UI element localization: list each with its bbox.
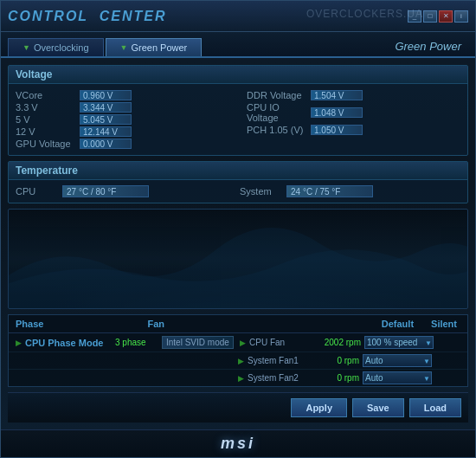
phase-arrow-icon: ▶ <box>16 339 22 347</box>
title-brand: Control <box>8 9 88 23</box>
wave-graphic <box>9 210 467 308</box>
app-title: Control Center <box>8 9 166 24</box>
ddr-voltage-bar: 1.504 V <box>311 90 363 100</box>
apply-button[interactable]: Apply <box>291 398 347 417</box>
voltage-section: Voltage VCore 0.960 V 3.3 V <box>8 65 468 156</box>
phase-mode-value: Intel SVID mode <box>162 336 234 349</box>
temperature-header: Temperature <box>9 162 467 180</box>
fan1-speed-wrapper[interactable]: Auto 100 % speed 75 % speed 50 % speed ▼ <box>363 354 432 367</box>
load-button[interactable]: Load <box>409 398 461 417</box>
cpu-io-value: 1.048 V <box>314 108 344 118</box>
vcore-bar: 0.960 V <box>80 90 132 100</box>
msi-logo: msi <box>221 435 255 453</box>
ddr-voltage-label: DDR Voltage <box>247 90 307 100</box>
main-content: Voltage VCore 0.960 V 3.3 V <box>1 58 475 429</box>
v33-value: 3.344 V <box>83 103 113 113</box>
tab-arrow-icon-2: ▼ <box>120 43 128 52</box>
system-fan2-rpm: 0 rpm <box>312 373 359 383</box>
main-window: Control Center OVERCLOCKERS.UA _ □ ✕ i ▼… <box>0 0 476 458</box>
v33-row: 3.3 V 3.344 V <box>16 101 229 113</box>
system-temp-value: 24 °C / 75 °F <box>291 187 340 197</box>
ddr-voltage-value: 1.504 V <box>314 91 344 100</box>
default-col-header: Default <box>382 319 414 329</box>
title-center: Center <box>100 9 167 23</box>
system-temp-label: System <box>240 186 283 197</box>
cpu-io-bar: 1.048 V <box>311 107 363 118</box>
pch-value: 1.050 V <box>314 126 344 135</box>
v12-value: 12.144 V <box>83 127 118 137</box>
system-fan2-row: ▶ System Fan2 0 rpm Auto 100 % speed 75 … <box>9 369 467 386</box>
temperature-section: Temperature CPU 27 °C / 80 °F System 24 … <box>8 161 468 203</box>
vcore-row: VCore 0.960 V <box>16 89 229 101</box>
cpu-fan-label: CPU Fan <box>249 338 310 347</box>
gpu-voltage-value: 0.000 V <box>83 139 113 149</box>
fan2-arrow-icon: ▶ <box>238 374 244 383</box>
pch-row: PCH 1.05 (V) 1.050 V <box>247 124 460 136</box>
pch-label: PCH 1.05 (V) <box>247 125 307 135</box>
tab-overclocking[interactable]: ▼ Overclocking <box>8 38 104 56</box>
voltage-content: VCore 0.960 V 3.3 V 3.344 V <box>9 84 467 155</box>
voltage-left-col: VCore 0.960 V 3.3 V 3.344 V <box>16 89 229 150</box>
phase-value: 3 phase <box>115 338 158 347</box>
cpu-temp-value: 27 °C / 80 °F <box>67 187 116 197</box>
bottom-panel: Phase Fan Default Silent ▶ CPU Phase Mod… <box>8 314 468 387</box>
system-fan1-label: System Fan1 <box>248 356 308 365</box>
vcore-label: VCore <box>16 90 76 100</box>
cpu-io-row: CPU IO Voltage 1.048 V <box>247 101 460 124</box>
v5-row: 5 V 5.045 V <box>16 113 229 126</box>
v33-label: 3.3 V <box>16 102 76 113</box>
fan1-arrow-icon: ▶ <box>238 357 244 365</box>
gpu-voltage-row: GPU Voltage 0.000 V <box>16 138 229 150</box>
cpu-fan-speed-select[interactable]: 100 % speed 75 % speed 50 % speed Auto <box>364 336 434 349</box>
fan1-right: ▶ System Fan1 0 rpm Auto 100 % speed 75 … <box>238 354 460 367</box>
bottom-col-headers: Phase Fan Default Silent <box>9 315 467 332</box>
cpu-fan-rpm: 2002 rpm <box>313 338 361 347</box>
pch-bar: 1.050 V <box>311 125 363 135</box>
gpu-voltage-bar: 0.000 V <box>80 139 132 149</box>
system-temp-row: System 24 °C / 75 °F <box>240 185 460 197</box>
ddr-voltage-row: DDR Voltage 1.504 V <box>247 89 460 101</box>
logo-bar: msi <box>1 429 475 457</box>
cpu-fan-speed-wrapper[interactable]: 100 % speed 75 % speed 50 % speed Auto ▼ <box>364 336 434 349</box>
save-button[interactable]: Save <box>352 398 404 417</box>
system-fan1-rpm: 0 rpm <box>312 356 359 365</box>
silent-col-header: Silent <box>431 319 457 329</box>
temperature-content: CPU 27 °C / 80 °F System 24 °C / 75 °F <box>9 180 467 203</box>
system-fan1-speed-select[interactable]: Auto 100 % speed 75 % speed 50 % speed <box>363 354 432 367</box>
system-fan2-label: System Fan2 <box>248 373 308 383</box>
info-button[interactable]: i <box>454 10 468 23</box>
fan-col-header: Fan <box>147 319 164 329</box>
cpu-temp-row: CPU 27 °C / 80 °F <box>16 185 236 197</box>
title-bar: Control Center OVERCLOCKERS.UA _ □ ✕ i <box>1 1 475 32</box>
action-bar: Apply Save Load <box>8 392 468 423</box>
cpu-temp-bar: 27 °C / 80 °F <box>62 185 149 197</box>
phase-col-header: Phase <box>16 319 43 329</box>
cpu-io-label: CPU IO Voltage <box>247 102 307 123</box>
v5-value: 5.045 V <box>83 115 113 125</box>
v33-bar: 3.344 V <box>80 102 132 113</box>
system-fan2-speed-select[interactable]: Auto 100 % speed 75 % speed 50 % speed <box>363 371 432 384</box>
gpu-voltage-label: GPU Voltage <box>16 139 76 149</box>
maximize-button[interactable]: □ <box>423 10 437 23</box>
v5-bar: 5.045 V <box>80 114 132 125</box>
close-button[interactable]: ✕ <box>439 10 453 23</box>
fan2-right: ▶ System Fan2 0 rpm Auto 100 % speed 75 … <box>238 371 460 384</box>
cpu-fan-arrow-icon: ▶ <box>240 339 246 347</box>
system-temp-bar: 24 °C / 75 °F <box>286 185 373 197</box>
phase-mode-label: CPU Phase Mode <box>25 338 112 348</box>
voltage-grid: VCore 0.960 V 3.3 V 3.344 V <box>16 89 460 150</box>
active-tab-label: Green Power <box>395 40 468 56</box>
tab-bar: ▼ Overclocking ▼ Green Power Green Power <box>1 32 475 58</box>
fan2-speed-wrapper[interactable]: Auto 100 % speed 75 % speed 50 % speed ▼ <box>363 371 432 384</box>
tab-green-power[interactable]: ▼ Green Power <box>106 38 203 56</box>
voltage-right-col: DDR Voltage 1.504 V CPU IO Voltage 1.048… <box>247 89 460 150</box>
system-fan1-row: ▶ System Fan1 0 rpm Auto 100 % speed 75 … <box>9 352 467 369</box>
decorative-wave-area <box>8 209 468 309</box>
cpu-temp-label: CPU <box>16 186 59 197</box>
v12-label: 12 V <box>16 126 76 137</box>
tab-green-power-label: Green Power <box>131 42 187 53</box>
temperature-grid: CPU 27 °C / 80 °F System 24 °C / 75 °F <box>16 185 460 197</box>
watermark: OVERCLOCKERS.UA <box>306 8 423 20</box>
v5-label: 5 V <box>16 114 76 125</box>
tab-overclocking-label: Overclocking <box>34 42 89 53</box>
